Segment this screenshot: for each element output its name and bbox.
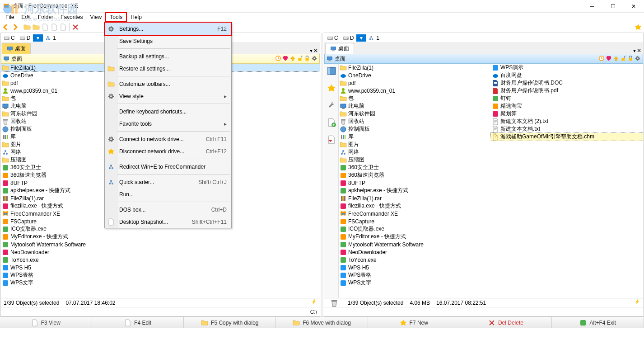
- file-row[interactable]: WPS表格: [339, 271, 491, 279]
- file-row[interactable]: 新建文本文档 (2).txt: [491, 118, 643, 125]
- clock-icon[interactable]: [275, 55, 281, 63]
- fkey-button[interactable]: Alt+F4 Exit: [552, 317, 644, 328]
- drive-c[interactable]: C: [2, 34, 17, 42]
- file-row[interactable]: apkhelper.exe - 快捷方式: [339, 187, 491, 194]
- tool-icon[interactable]: [59, 23, 67, 31]
- up-icon[interactable]: [613, 55, 619, 63]
- fkey-button[interactable]: F3 View: [0, 317, 92, 328]
- menu-item[interactable]: Connect to network drive...Ctrl+F11: [105, 133, 231, 145]
- file-row[interactable]: OneDrive: [339, 71, 491, 79]
- tab-close-icon[interactable]: ✕: [313, 47, 318, 54]
- delete-icon[interactable]: [71, 23, 79, 31]
- side-new-icon[interactable]: [326, 117, 337, 128]
- locked-icon[interactable]: [627, 55, 634, 63]
- heart-icon[interactable]: [606, 55, 612, 63]
- gear-icon[interactable]: [311, 55, 317, 63]
- file-row[interactable]: 库: [339, 133, 491, 141]
- fkey-button[interactable]: F6 Move with dialog: [276, 317, 368, 328]
- star-icon[interactable]: [634, 23, 642, 31]
- drive-active[interactable]: ▾: [356, 34, 366, 42]
- file-row[interactable]: WPS H5: [1, 264, 320, 271]
- file-row[interactable]: 聚划算: [491, 110, 643, 118]
- fkey-button[interactable]: Del Delete: [460, 317, 552, 328]
- file-row[interactable]: 压缩图: [339, 156, 491, 164]
- file-row[interactable]: WPS H5: [339, 264, 491, 271]
- file-row[interactable]: 财务用户操作说明书.DOC: [491, 79, 643, 87]
- drive-d[interactable]: D: [341, 34, 356, 42]
- unlocked-icon[interactable]: [297, 55, 303, 63]
- heart-icon[interactable]: [282, 55, 289, 63]
- menu-item[interactable]: Desktop Snapshot...Shift+Ctrl+F11: [105, 216, 231, 228]
- file-row[interactable]: 精选淘宝: [491, 102, 643, 110]
- file-row[interactable]: FSCapture: [339, 217, 491, 225]
- file-row[interactable]: NeoDownloader: [339, 248, 491, 256]
- unlocked-icon[interactable]: [620, 55, 626, 63]
- menu-item[interactable]: View style▸: [105, 90, 231, 102]
- file-row[interactable]: ToYcon.exe: [1, 256, 320, 264]
- menu-edit[interactable]: Edit: [18, 13, 34, 21]
- left-tab[interactable]: 桌面: [2, 43, 31, 54]
- drive-c[interactable]: C: [325, 34, 340, 42]
- tool-icon[interactable]: [23, 23, 31, 31]
- tool-icon[interactable]: [50, 23, 58, 31]
- file-row[interactable]: filezilla.exe - 快捷方式: [339, 202, 491, 210]
- network-drive-icon[interactable]: [367, 34, 375, 42]
- file-row[interactable]: WPS表格: [1, 271, 320, 279]
- file-row[interactable]: WPS文字: [339, 279, 491, 287]
- side-tools-icon[interactable]: [326, 100, 337, 111]
- file-row[interactable]: 360极速浏览器: [339, 171, 491, 179]
- file-row[interactable]: 网络: [339, 148, 491, 156]
- side-favorites-icon[interactable]: [326, 83, 337, 94]
- file-row[interactable]: FreeCommander XE: [339, 210, 491, 217]
- menu-item[interactable]: Settings...F12: [105, 23, 231, 35]
- menu-folder[interactable]: Folder: [34, 13, 57, 21]
- menu-item[interactable]: Restore all settings...: [105, 62, 231, 75]
- menu-item[interactable]: Quick starter...Shift+Ctrl+J: [105, 176, 231, 188]
- menu-item[interactable]: Define keyboard shortcuts...: [105, 105, 231, 118]
- forward-icon[interactable]: [11, 23, 19, 31]
- menu-item[interactable]: DOS box...Ctrl+D: [105, 203, 231, 216]
- file-row[interactable]: 图片: [339, 141, 491, 148]
- lightning-icon[interactable]: [311, 299, 317, 307]
- tab-dropdown-icon[interactable]: ▾: [310, 47, 313, 54]
- clock-icon[interactable]: [598, 55, 605, 63]
- menu-item[interactable]: Backup all settings...: [105, 50, 231, 62]
- file-row[interactable]: pdf: [339, 79, 491, 87]
- file-row[interactable]: FileZilla(1): [339, 64, 491, 71]
- recycle-bin-icon[interactable]: [327, 298, 341, 307]
- menu-item[interactable]: Redirect Win+E to FreeCommander: [105, 161, 231, 173]
- tool-icon[interactable]: [41, 23, 49, 31]
- menu-favorites[interactable]: Favorites: [57, 13, 86, 21]
- file-row[interactable]: FileZilla(1).rar: [339, 194, 491, 202]
- right-tab[interactable]: 桌面: [325, 43, 354, 54]
- close-button[interactable]: ✕: [623, 0, 644, 13]
- file-row[interactable]: 控制面板: [339, 125, 491, 133]
- file-row[interactable]: 百度网盘: [491, 71, 643, 79]
- drive-d[interactable]: D: [18, 34, 33, 42]
- fkey-button[interactable]: F4 Edit: [92, 317, 184, 328]
- file-row[interactable]: 财务用户操作说明书.pdf: [491, 87, 643, 94]
- minimize-button[interactable]: ─: [582, 0, 602, 13]
- file-row[interactable]: 新建文本文档.txt: [491, 125, 643, 133]
- locked-icon[interactable]: [304, 55, 310, 63]
- gear-icon[interactable]: [635, 55, 641, 63]
- drive-active[interactable]: ▾: [33, 34, 43, 42]
- tab-close-icon[interactable]: ✕: [637, 47, 641, 54]
- pane-splitter[interactable]: [321, 33, 323, 316]
- file-row[interactable]: 河东软件园: [339, 110, 491, 118]
- file-row[interactable]: Mytoolsoft Watermark Software: [339, 241, 491, 248]
- menu-item[interactable]: Run...: [105, 188, 231, 200]
- side-panel-icon[interactable]: [326, 66, 337, 76]
- file-row[interactable]: 360安全卫士: [339, 164, 491, 171]
- menu-item[interactable]: Save Settings: [105, 35, 231, 47]
- tool-icon[interactable]: [32, 23, 40, 31]
- file-row[interactable]: NeoDownloader: [1, 248, 320, 256]
- file-row[interactable]: MyEditor.exe - 快捷方式: [1, 233, 320, 241]
- file-row[interactable]: 包: [339, 94, 491, 102]
- file-row[interactable]: WPS演示: [491, 64, 643, 71]
- menu-item[interactable]: Customize toolbars...: [105, 78, 231, 90]
- file-row[interactable]: 钉钉: [491, 94, 643, 102]
- file-row[interactable]: Mytoolsoft Watermark Software: [1, 241, 320, 248]
- lightning-icon[interactable]: [634, 299, 640, 307]
- file-row[interactable]: 回收站: [339, 118, 491, 125]
